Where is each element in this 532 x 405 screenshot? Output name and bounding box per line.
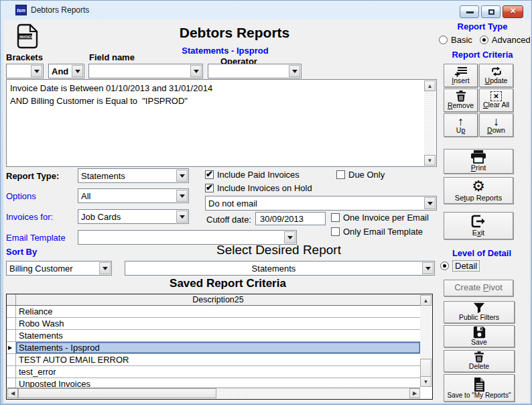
report-type-heading: Report Type <box>438 21 527 32</box>
options-label: Options <box>6 191 36 201</box>
scroll-up-button[interactable] <box>420 295 431 306</box>
grid-row[interactable]: test_error <box>7 366 420 378</box>
row-selector[interactable] <box>7 330 16 341</box>
invoice-icon: INVOICE <box>15 23 40 49</box>
row-selector[interactable] <box>7 342 16 353</box>
save-to-my-reports-button[interactable]: Save to "My Reports" <box>444 374 515 402</box>
scroll-down-button[interactable] <box>420 376 431 387</box>
email-mode-combo[interactable]: Do not email <box>205 196 437 211</box>
row-selector[interactable] <box>7 354 16 365</box>
chevron-down-icon[interactable] <box>31 65 42 77</box>
public-filters-label: Public Filters <box>459 314 499 322</box>
row-selector[interactable] <box>7 306 16 317</box>
scroll-down-button[interactable] <box>424 155 436 166</box>
include-paid-checkbox[interactable]: Include Paid Invoices <box>205 170 300 180</box>
email-template-label: Email Template <box>6 233 66 243</box>
criteria-line-2: AND Billing Customer is Equal to "IPSPRO… <box>7 95 421 107</box>
gear-icon: ⚙ <box>472 179 485 194</box>
include-hold-label: Include Invoices on Hold <box>217 183 312 193</box>
billing-customer-combo-value: Billing Customer <box>7 262 98 275</box>
include-hold-checkbox[interactable]: Include Invoices on Hold <box>205 183 312 193</box>
exit-button[interactable]: Exit <box>444 212 513 239</box>
detail-radio[interactable] <box>440 262 449 270</box>
field-name-label: Field name <box>89 52 135 62</box>
grid-row[interactable]: Unposted Invoices <box>7 378 420 388</box>
create-pivot-button[interactable]: Create Pivot <box>444 280 513 296</box>
up-button[interactable]: ↑ Up <box>444 113 478 137</box>
update-button[interactable]: Update <box>479 64 513 87</box>
minimize-button[interactable] <box>460 5 479 18</box>
one-invoice-checkbox[interactable]: One Invoice per Email <box>331 213 429 223</box>
close-button[interactable] <box>503 5 523 18</box>
chevron-down-icon[interactable] <box>424 197 436 209</box>
maximize-button[interactable] <box>481 5 501 18</box>
titlebar: tsm Debtors Reports <box>1 1 531 19</box>
floppy-save-icon <box>473 326 486 339</box>
row-text: test_error <box>16 366 420 378</box>
cutoff-date-input[interactable]: 30/09/2013 <box>255 212 326 225</box>
advanced-radio[interactable] <box>480 36 488 44</box>
public-filters-button[interactable]: Public Filters <box>444 301 515 323</box>
field-name-combo[interactable] <box>88 64 203 78</box>
insert-button[interactable]: Insert <box>444 64 478 87</box>
grid-column-header[interactable]: Description25 <box>16 294 420 305</box>
delete-button[interactable]: Delete <box>444 350 515 372</box>
chevron-down-icon[interactable] <box>190 65 202 77</box>
row-selector[interactable] <box>7 318 16 329</box>
grid-rows: Reliance Robo Wash Statements Statements… <box>7 306 420 388</box>
boolean-combo[interactable]: And <box>48 64 84 78</box>
grid-vscrollbar[interactable] <box>420 295 431 387</box>
row-selector[interactable] <box>7 366 16 378</box>
chevron-down-icon[interactable] <box>422 262 434 274</box>
scroll-up-button[interactable] <box>424 80 436 91</box>
scroll-left-button[interactable] <box>7 388 18 398</box>
grid-hscrollbar[interactable] <box>7 388 420 398</box>
operator-combo[interactable] <box>208 64 302 78</box>
chevron-down-icon[interactable] <box>72 65 83 77</box>
save-button[interactable]: Save <box>444 325 515 347</box>
row-text: Reliance <box>16 306 420 317</box>
chevron-down-icon[interactable] <box>176 170 188 182</box>
setup-reports-button[interactable]: ⚙ Setup Reports <box>444 177 513 204</box>
basic-radio[interactable] <box>439 36 448 44</box>
remove-button[interactable]: Remove <box>444 89 478 112</box>
print-button[interactable]: Print <box>444 149 513 174</box>
grid-row[interactable]: Robo Wash <box>7 318 420 330</box>
due-only-checkbox[interactable]: Due Only <box>336 170 385 180</box>
billing-customer-combo[interactable]: Billing Customer <box>6 261 112 276</box>
printer-icon <box>470 150 487 164</box>
criteria-textarea[interactable]: Invoice Date is Between 01/10/2013 and 3… <box>6 79 437 167</box>
row-selector[interactable] <box>7 378 16 388</box>
chevron-down-icon[interactable] <box>176 190 188 202</box>
row-text: TEST AUTO EMAIL ERROR <box>16 354 420 365</box>
clear-all-icon: ✕ <box>490 91 502 101</box>
grid-row[interactable]: Reliance <box>7 306 420 318</box>
report-type-combo-value: Statements <box>78 169 176 182</box>
grid-row[interactable]: TEST AUTO EMAIL ERROR <box>7 354 420 366</box>
scroll-right-button[interactable] <box>409 388 420 398</box>
selected-report-combo[interactable]: Statements <box>125 261 435 276</box>
chevron-down-icon[interactable] <box>284 231 295 243</box>
chevron-down-icon[interactable] <box>289 65 300 77</box>
checkbox-icon <box>331 213 340 222</box>
checkbox-icon <box>331 227 340 236</box>
hscroll-thumb[interactable] <box>18 388 216 398</box>
grid-row[interactable]: Statements <box>7 330 420 342</box>
down-button[interactable]: ↓ Down <box>479 113 513 137</box>
options-combo-value: All <box>78 189 176 202</box>
page-title: Debtors Reports <box>104 25 365 41</box>
report-type-combo[interactable]: Statements <box>78 168 189 183</box>
brackets-combo[interactable] <box>6 64 44 78</box>
invoices-for-combo[interactable]: Job Cards <box>78 209 189 224</box>
chevron-down-icon[interactable] <box>176 211 188 223</box>
criteria-scrollbar[interactable] <box>424 80 436 166</box>
chevron-down-icon[interactable] <box>99 262 111 274</box>
exit-label: Exit <box>472 229 484 237</box>
document-icon <box>473 378 485 392</box>
window-title: Debtors Reports <box>31 5 89 15</box>
clear-all-button[interactable]: ✕ Clear All <box>479 89 513 112</box>
only-template-checkbox[interactable]: Only Email Template <box>331 227 423 237</box>
checkbox-icon <box>205 184 214 192</box>
grid-row-selected[interactable]: Statements - Ipsprod <box>7 342 420 354</box>
options-combo[interactable]: All <box>78 188 189 203</box>
